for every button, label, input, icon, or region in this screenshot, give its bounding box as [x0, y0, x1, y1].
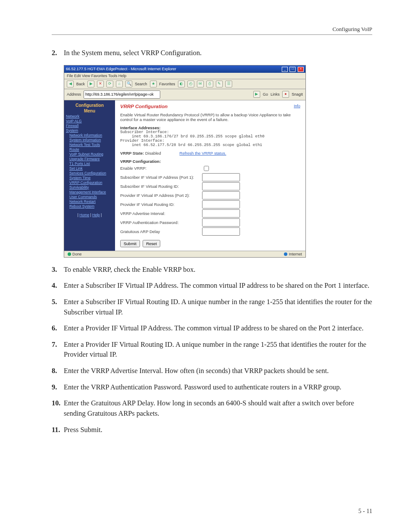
- step-9-num: 9.: [52, 382, 64, 392]
- enable-vrrp-label: Enable VRRP:: [120, 166, 202, 171]
- step-4: 4.Enter a Subscriber IF Virtual IP Addre…: [52, 280, 372, 291]
- panel-title: VRRP Configuration: [120, 104, 300, 109]
- step-10: 10.Enter the Gratuitous ARP Delay. How l…: [52, 398, 372, 418]
- sidebar-header-1: Configuration: [66, 103, 113, 108]
- auth-pw-label: VRRP Authentication Password:: [120, 220, 202, 225]
- submit-button[interactable]: [120, 240, 140, 247]
- prov-rid-label: Provider IF Virtual Routing ID:: [120, 202, 202, 207]
- sidebar-sub-route[interactable]: Route: [69, 147, 113, 152]
- sidebar-item-network[interactable]: Network: [66, 114, 113, 118]
- go-button[interactable]: ▶: [253, 91, 260, 98]
- back-button[interactable]: ◀: [67, 81, 74, 87]
- search-icon[interactable]: 🔍: [125, 81, 132, 87]
- sidebar-sub-voipsubnet[interactable]: VoIP Subnet Routing: [69, 152, 113, 156]
- status-done-icon: [68, 252, 71, 256]
- ie-title: 66.52.177.5 HGT-EMA EdgeProtect - Micros…: [66, 67, 176, 71]
- media-icon[interactable]: ◐: [178, 81, 185, 87]
- ie-titlebar: 66.52.177.5 HGT-EMA EdgeProtect - Micros…: [64, 65, 305, 73]
- vrrp-config-head: VRRP Configuration:: [120, 159, 300, 164]
- reset-button[interactable]: [143, 240, 160, 247]
- snagit-icon[interactable]: ●: [282, 91, 289, 98]
- prov-rid-input[interactable]: [202, 200, 240, 208]
- stop-icon[interactable]: ✕: [97, 81, 104, 87]
- search-label: Search: [135, 82, 147, 86]
- sub-ip-input[interactable]: [202, 173, 240, 181]
- vrrp-state-value: Disabled: [145, 151, 161, 156]
- sidebar-sub-netinfo[interactable]: Network Information: [69, 133, 113, 137]
- step-3: 3.To enable VRRP, check the Enable VRRP …: [52, 264, 372, 275]
- step-5-num: 5.: [52, 297, 64, 317]
- adv-int-input[interactable]: [202, 209, 240, 218]
- step-11-text: Press Submit.: [64, 425, 372, 435]
- ie-toolbar: ◀ Back ▶ ✕ ⟳ ⌂ 🔍 Search ★ Favorites ◐ ◴ …: [64, 79, 305, 89]
- step-11-num: 11.: [52, 425, 64, 435]
- adv-int-label: VRRP Advertise Interval:: [120, 211, 202, 216]
- sidebar-sub-nettools[interactable]: Network Test Tools: [69, 143, 113, 147]
- enable-vrrp-checkbox[interactable]: [204, 166, 209, 171]
- sidebar-footer-home[interactable]: Home: [79, 213, 89, 217]
- sidebar-sub-setlink[interactable]: Set Link: [69, 166, 113, 171]
- garp-delay-label: Gratuitous ARP Delay: [120, 229, 202, 234]
- page-content: Configuration Menu Network VoIP ALG Fire…: [64, 100, 305, 251]
- edit-icon[interactable]: ✎: [216, 81, 223, 87]
- sidebar-item-system[interactable]: System: [66, 128, 113, 133]
- mail-icon[interactable]: ✉: [197, 81, 204, 87]
- step-10-num: 10.: [52, 398, 64, 418]
- step-6-num: 6.: [52, 323, 64, 333]
- sidebar-sub-mgmt[interactable]: Management Interface: [69, 190, 113, 194]
- close-button[interactable]: ×: [298, 67, 304, 72]
- sub-if-line: inet 69.3.186.176/27 brd 69.255.255.255 …: [120, 134, 300, 139]
- sidebar-sub-services[interactable]: Services Configuration: [69, 171, 113, 175]
- sidebar-sub-survive[interactable]: Survivability: [69, 185, 113, 190]
- ie-addressbar: Address ▶ Go Links ● SnagIt: [64, 89, 305, 100]
- window-buttons: _ □ ×: [281, 66, 304, 72]
- step-7-text: Enter a Provider IF Virtual Routing ID. …: [64, 339, 372, 360]
- sidebar-sub-usercmd[interactable]: User Commands: [69, 195, 113, 199]
- back-label: Back: [76, 82, 85, 86]
- sub-rid-input[interactable]: [202, 182, 240, 190]
- refresh-icon[interactable]: ⟳: [106, 81, 113, 87]
- favorites-icon[interactable]: ★: [150, 81, 157, 87]
- forward-button[interactable]: ▶: [87, 81, 94, 87]
- sidebar-sub-t1ports[interactable]: T1 Ports List: [69, 162, 113, 166]
- sidebar-footer-help[interactable]: Help: [92, 213, 100, 217]
- maximize-button[interactable]: □: [290, 67, 296, 72]
- step-6-text: Enter a Provider IF Virtual IP Address. …: [64, 323, 372, 333]
- info-link[interactable]: Info: [294, 104, 300, 108]
- prov-ip-input[interactable]: [202, 191, 240, 199]
- step-10-text: Enter the Gratuitous ARP Delay. How long…: [64, 398, 372, 418]
- prov-if-label: Provider Interface:: [120, 139, 300, 143]
- discuss-icon[interactable]: ☰: [225, 81, 232, 87]
- ie-menubar[interactable]: File Edit View Favorites Tools Help: [64, 73, 305, 79]
- step-5: 5.Enter a Subscriber IF Virtual Routing …: [52, 297, 372, 317]
- sub-if-label: Subscriber Interface:: [120, 130, 300, 134]
- step-7-num: 7.: [52, 339, 64, 360]
- sidebar-item-voip-alg[interactable]: VoIP ALG: [66, 119, 113, 123]
- minimize-button[interactable]: _: [282, 67, 288, 72]
- prov-if-line: inet 66.52.177.5/28 brd 66.255.255.255 s…: [120, 143, 300, 147]
- address-input[interactable]: [84, 90, 160, 99]
- running-header: Configuring VoIP: [52, 26, 372, 33]
- go-label: Go: [263, 92, 268, 96]
- sidebar-sub-vrrp[interactable]: VRRP Configuration: [69, 180, 113, 185]
- favorites-label: Favorites: [159, 82, 175, 86]
- prov-ip-label: Provider IF Virtual IP Address (Port 2):: [120, 193, 202, 198]
- config-sidebar: Configuration Menu Network VoIP ALG Fire…: [64, 100, 115, 251]
- home-icon[interactable]: ⌂: [116, 81, 123, 87]
- sidebar-sub-systime[interactable]: System Time: [69, 176, 113, 180]
- history-icon[interactable]: ◴: [187, 81, 194, 87]
- status-zone-icon: [284, 252, 287, 256]
- sidebar-sub-upgrade[interactable]: Upgrade Firmware: [69, 157, 113, 161]
- status-zone-label: Internet: [289, 252, 302, 256]
- step-3-num: 3.: [52, 264, 64, 275]
- sidebar-sub-netrestart[interactable]: Network Restart: [69, 199, 113, 204]
- garp-delay-input[interactable]: [202, 227, 240, 236]
- sidebar-item-firewall[interactable]: Firewall: [66, 124, 113, 128]
- step-6: 6.Enter a Provider IF Virtual IP Address…: [52, 323, 372, 333]
- auth-pw-input[interactable]: [202, 218, 240, 227]
- refresh-vrrp-link[interactable]: Refresh the VRRP status.: [180, 151, 227, 156]
- sidebar-sub-reboot[interactable]: Reboot System: [69, 204, 113, 208]
- print-icon[interactable]: ⎙: [206, 81, 213, 87]
- sidebar-sub-sysinfo[interactable]: System Information: [69, 138, 113, 142]
- page-number: 5 - 11: [358, 508, 372, 515]
